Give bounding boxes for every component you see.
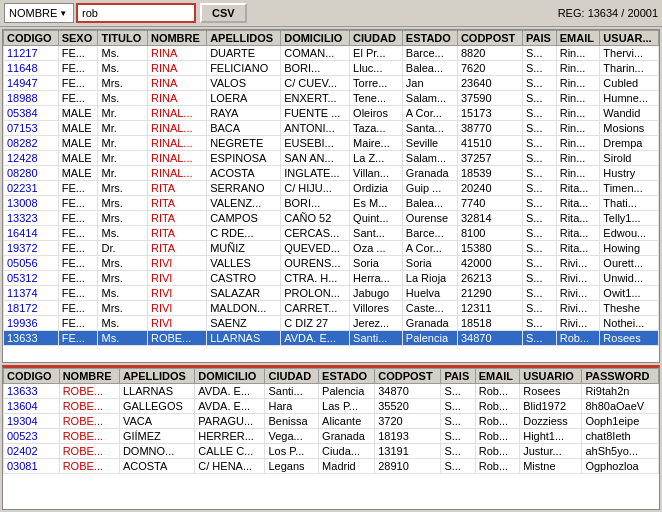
table-cell: Rob... <box>475 399 519 414</box>
table-cell: VACA <box>119 414 194 429</box>
table-cell: 35520 <box>375 399 441 414</box>
table-cell: RINAL... <box>147 151 206 166</box>
table-row[interactable]: 13008FE...Mrs.RITAVALENZ...BORI...Es M..… <box>4 196 659 211</box>
table-row[interactable]: 03081ROBE...ACOSTAC/ HENA...LegansMadrid… <box>4 459 659 474</box>
table-row[interactable]: 02231FE...Mrs.RITASERRANOC/ HIJU...Ordiz… <box>4 181 659 196</box>
table-cell: Rita... <box>556 196 600 211</box>
table-cell: 00523 <box>4 429 60 444</box>
table-row[interactable]: 11374FE...Ms.RIVISALAZARPROLON...JabugoH… <box>4 286 659 301</box>
table-cell: RIVI <box>147 271 206 286</box>
table-cell: FUENTE ... <box>281 106 350 121</box>
lower-table: CODIGO NOMBRE APELLIDOS DOMICILIO CIUDAD… <box>3 368 659 474</box>
table-cell: Santi... <box>350 331 403 346</box>
table-row[interactable]: 13633FE...Ms.ROBE...LLARNASAVDA. E...San… <box>4 331 659 346</box>
lower-col-header-domicilio: DOMICILIO <box>195 369 265 384</box>
table-row[interactable]: 16414FE...Ms.RITAC RDE...CERCAS...Sant..… <box>4 226 659 241</box>
table-cell: 18172 <box>4 301 59 316</box>
lower-table-container[interactable]: CODIGO NOMBRE APELLIDOS DOMICILIO CIUDAD… <box>2 365 660 510</box>
col-header-codpost: CODPOST <box>457 31 522 46</box>
col-header-email: EMAIL <box>556 31 600 46</box>
chevron-down-icon: ▼ <box>59 9 69 18</box>
table-cell: 05056 <box>4 256 59 271</box>
table-cell: Mrs. <box>98 271 147 286</box>
table-cell: Rob... <box>556 331 600 346</box>
table-cell: Soria <box>350 256 403 271</box>
table-row[interactable]: 05384MALEMr.RINAL...RAYAFUENTE ...Oleiro… <box>4 106 659 121</box>
table-cell: 19304 <box>4 414 60 429</box>
table-cell: Rin... <box>556 91 600 106</box>
table-row[interactable]: 18172FE...Mrs.RIVIMALDON...CARRET...Vill… <box>4 301 659 316</box>
table-row[interactable]: 05312FE...Mrs.RIVICASTROCTRA. H...Herra.… <box>4 271 659 286</box>
table-cell: MALDON... <box>207 301 281 316</box>
table-cell: RITA <box>147 196 206 211</box>
table-cell: 37590 <box>457 91 522 106</box>
csv-button[interactable]: CSV <box>200 3 247 23</box>
table-row[interactable]: 08282MALEMr.RINAL...NEGRETEEUSEBI...Mair… <box>4 136 659 151</box>
table-row[interactable]: 19372FE...Dr.RITAMUÑIZQUEVED...Oza ...A … <box>4 241 659 256</box>
table-cell: S... <box>441 384 475 399</box>
table-row[interactable]: 02402ROBE...DOMNO...CALLE C...Los P...Ci… <box>4 444 659 459</box>
table-cell: FE... <box>58 76 98 91</box>
table-row[interactable]: 19936FE...Ms.RIVISAENZC DIZ 27Jerez...Gr… <box>4 316 659 331</box>
table-cell: Justur... <box>520 444 582 459</box>
table-cell: S... <box>522 331 556 346</box>
table-cell: Palencia <box>402 331 457 346</box>
search-field-dropdown[interactable]: NOMBRE ▼ <box>4 3 74 23</box>
table-cell: S... <box>522 91 556 106</box>
table-cell: 21290 <box>457 286 522 301</box>
table-row[interactable]: 18988FE...Ms.RINALOERAENXERT...Tene...Sa… <box>4 91 659 106</box>
table-row[interactable]: 05056FE...Mrs.RIVIVALLESOURENS...SoriaSo… <box>4 256 659 271</box>
table-row[interactable]: 11217FE...Ms.RINADUARTECOMAN...El Pr...B… <box>4 46 659 61</box>
table-row[interactable]: 19304ROBE...VACAPARAGU...BenissaAlicante… <box>4 414 659 429</box>
table-cell: BACA <box>207 121 281 136</box>
upper-table-container[interactable]: CODIGO SEXO TITULO NOMBRE APELLIDOS DOMI… <box>2 29 660 363</box>
lower-col-header-estado: ESTADO <box>319 369 375 384</box>
table-cell: RAYA <box>207 106 281 121</box>
table-cell: FE... <box>58 46 98 61</box>
lower-col-header-apellidos: APELLIDOS <box>119 369 194 384</box>
table-cell: Mrs. <box>98 181 147 196</box>
table-row[interactable]: 07153MALEMr.RINAL...BACAANTONI...Taza...… <box>4 121 659 136</box>
table-cell: Tharin... <box>600 61 659 76</box>
table-row[interactable]: 13323FE...Mrs.RITACAMPOSCAÑO 52Quint...O… <box>4 211 659 226</box>
table-cell: Unwid... <box>600 271 659 286</box>
table-cell: CAÑO 52 <box>281 211 350 226</box>
table-row[interactable]: 14947FE...Mrs.RINAVALOSC/ CUEV...Torre..… <box>4 76 659 91</box>
table-cell: Mrs. <box>98 196 147 211</box>
table-cell: 32814 <box>457 211 522 226</box>
reg-label: REG: <box>558 7 585 19</box>
table-row[interactable]: 11648FE...Ms.RINAFELICIANOBORI...Lluc...… <box>4 61 659 76</box>
lower-col-header-codigo: CODIGO <box>4 369 60 384</box>
table-cell: Mr. <box>98 121 147 136</box>
col-header-usuario: USUAR... <box>600 31 659 46</box>
table-cell: RINA <box>147 91 206 106</box>
table-cell: Rin... <box>556 166 600 181</box>
table-cell: MALE <box>58 136 98 151</box>
table-cell: S... <box>522 121 556 136</box>
table-cell: CASTRO <box>207 271 281 286</box>
table-cell: 41510 <box>457 136 522 151</box>
table-row[interactable]: 12428MALEMr.RINAL...ESPINOSASAN AN...La … <box>4 151 659 166</box>
table-cell: PROLON... <box>281 286 350 301</box>
table-cell: GALLEGOS <box>119 399 194 414</box>
dropdown-label: NOMBRE <box>9 7 57 19</box>
table-cell: 23640 <box>457 76 522 91</box>
table-cell: chat8Ieth <box>582 429 659 444</box>
table-row[interactable]: 13604ROBE...GALLEGOSAVDA. E...HaraLas P.… <box>4 399 659 414</box>
table-cell: Guip ... <box>402 181 457 196</box>
table-cell: 07153 <box>4 121 59 136</box>
table-cell: S... <box>522 286 556 301</box>
table-cell: Villores <box>350 301 403 316</box>
search-input[interactable] <box>76 3 196 23</box>
table-row[interactable]: 00523ROBE...GIÍMEZHERRER...Vega...Granad… <box>4 429 659 444</box>
table-cell: 8100 <box>457 226 522 241</box>
table-cell: Rita... <box>556 211 600 226</box>
table-cell: Jerez... <box>350 316 403 331</box>
lower-table-body: 13633ROBE...LLARNASAVDA. E...Santi...Pal… <box>4 384 659 474</box>
table-row[interactable]: 08280MALEMr.RINAL...ACOSTAINGLATE...Vill… <box>4 166 659 181</box>
table-cell: Hight1... <box>520 429 582 444</box>
table-row[interactable]: 13633ROBE...LLARNASAVDA. E...Santi...Pal… <box>4 384 659 399</box>
table-cell: Rosees <box>520 384 582 399</box>
table-cell: Ms. <box>98 226 147 241</box>
table-cell: RITA <box>147 211 206 226</box>
